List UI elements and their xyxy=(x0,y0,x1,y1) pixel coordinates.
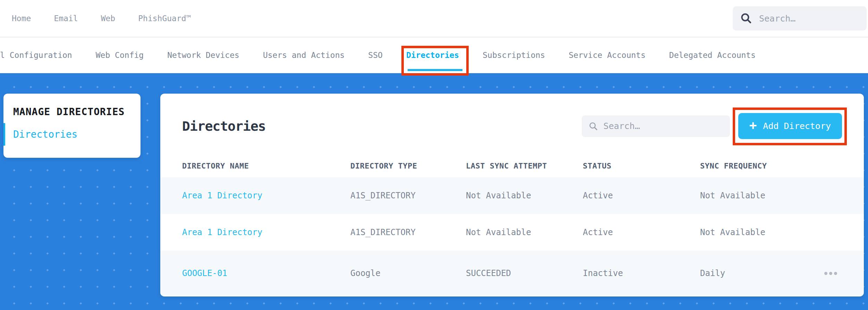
tab-network-devices[interactable]: Network Devices xyxy=(167,37,239,72)
sync-frequency-cell: Not Available xyxy=(700,227,819,237)
row-menu-button[interactable] xyxy=(819,272,842,275)
sidebar-item-label: Directories xyxy=(13,129,77,140)
table-row: Area 1 Directory A1S_DIRECTORY Not Avail… xyxy=(160,177,864,214)
directories-table: DIRECTORY NAME DIRECTORY TYPE LAST SYNC … xyxy=(160,154,864,296)
table-search-box[interactable] xyxy=(582,115,730,137)
directory-type-cell: A1S_DIRECTORY xyxy=(350,227,466,237)
tab-label: l Configuration xyxy=(0,51,72,60)
top-navbar: Home Email Web PhishGuard™ xyxy=(0,0,868,37)
tab-subscriptions[interactable]: Subscriptions xyxy=(483,37,545,72)
sidebar-title: MANAGE DIRECTORIES xyxy=(13,106,141,118)
nav-item-phishguard[interactable]: PhishGuard™ xyxy=(138,14,191,23)
add-directory-button[interactable]: + Add Directory xyxy=(738,113,842,139)
directory-type-cell: A1S_DIRECTORY xyxy=(350,191,466,200)
column-header-directory-name: DIRECTORY NAME xyxy=(182,162,350,170)
plus-icon: + xyxy=(749,119,757,132)
tab-label: Directories xyxy=(406,51,459,60)
panel-header: Directories + Add Directory xyxy=(160,94,864,139)
last-sync-cell: Not Available xyxy=(466,191,583,200)
column-header-sync-frequency: SYNC FREQUENCY xyxy=(700,162,819,170)
active-item-indicator xyxy=(3,123,5,146)
global-search-input[interactable] xyxy=(759,14,859,24)
directories-panel: Directories + Add Directory xyxy=(160,94,864,296)
ellipsis-icon xyxy=(824,272,827,275)
column-header-status: STATUS xyxy=(583,162,700,170)
tab-label: SSO xyxy=(368,51,383,60)
panel-actions: + Add Directory xyxy=(582,113,842,139)
table-header-row: DIRECTORY NAME DIRECTORY TYPE LAST SYNC … xyxy=(160,154,864,177)
tab-label: Subscriptions xyxy=(483,51,545,60)
global-search-box[interactable] xyxy=(733,6,867,31)
sidebar-card: MANAGE DIRECTORIES Directories xyxy=(3,94,141,158)
sync-frequency-cell: Daily xyxy=(700,268,819,278)
nav-item-home[interactable]: Home xyxy=(12,14,31,23)
ellipsis-icon xyxy=(834,272,837,275)
tab-label: Network Devices xyxy=(167,51,239,60)
tab-users-and-actions[interactable]: Users and Actions xyxy=(263,37,344,72)
status-cell: Active xyxy=(583,191,700,200)
directory-name-link[interactable]: Area 1 Directory xyxy=(182,191,262,200)
nav-item-web[interactable]: Web xyxy=(101,14,116,23)
tab-label: Service Accounts xyxy=(569,51,646,60)
table-row: Area 1 Directory A1S_DIRECTORY Not Avail… xyxy=(160,214,864,251)
add-directory-wrap: + Add Directory xyxy=(738,113,842,139)
tab-label: Delegated Accounts xyxy=(669,51,756,60)
ellipsis-icon xyxy=(829,272,832,275)
tab-sso[interactable]: SSO xyxy=(368,37,383,72)
secondary-navbar: l Configuration Web Config Network Devic… xyxy=(0,37,868,72)
status-cell: Inactive xyxy=(583,268,700,278)
add-directory-label: Add Directory xyxy=(763,121,831,131)
table-row: GOOGLE-01 Google SUCCEEDED Inactive Dail… xyxy=(160,251,864,296)
active-tab-underline xyxy=(408,69,462,71)
tab-configuration[interactable]: l Configuration xyxy=(0,37,72,72)
column-header-last-sync-attempt: LAST SYNC ATTEMPT xyxy=(466,162,583,170)
search-icon xyxy=(740,12,752,24)
directory-type-cell: Google xyxy=(350,268,466,278)
tab-label: Web Config xyxy=(96,51,144,60)
tab-web-config[interactable]: Web Config xyxy=(96,37,144,72)
directory-name-link[interactable]: Area 1 Directory xyxy=(182,227,262,237)
tab-delegated-accounts[interactable]: Delegated Accounts xyxy=(669,37,756,72)
last-sync-cell: SUCCEEDED xyxy=(466,268,583,278)
top-nav-links: Home Email Web PhishGuard™ xyxy=(12,14,191,23)
content-area: MANAGE DIRECTORIES Directories Directori… xyxy=(0,73,868,310)
page-title: Directories xyxy=(182,119,266,134)
column-header-directory-type: DIRECTORY TYPE xyxy=(350,162,466,170)
last-sync-cell: Not Available xyxy=(466,227,583,237)
sync-frequency-cell: Not Available xyxy=(700,191,819,200)
screen: Home Email Web PhishGuard™ l Configurati… xyxy=(0,0,868,310)
search-icon xyxy=(589,121,598,131)
tab-label: Users and Actions xyxy=(263,51,344,60)
nav-item-email[interactable]: Email xyxy=(54,14,78,23)
status-cell: Active xyxy=(583,227,700,237)
tab-directories[interactable]: Directories xyxy=(406,37,459,72)
table-search-input[interactable] xyxy=(603,121,723,131)
directory-name-link[interactable]: GOOGLE-01 xyxy=(182,268,227,278)
tab-service-accounts[interactable]: Service Accounts xyxy=(569,37,646,72)
sidebar-item-directories[interactable]: Directories xyxy=(3,129,141,140)
